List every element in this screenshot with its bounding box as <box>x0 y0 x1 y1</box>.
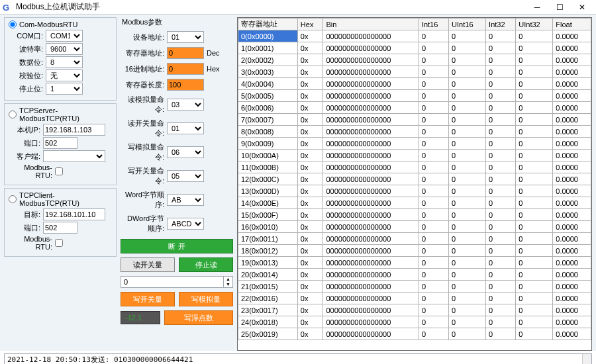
table-row[interactable]: 7(0x0007)0x000000000000000000000.0000 <box>238 114 591 126</box>
table-cell[interactable]: 0000000000000000 <box>323 42 419 54</box>
table-cell[interactable]: 0000000000000000 <box>323 197 419 209</box>
radio-tcp-client[interactable] <box>9 195 17 203</box>
table-cell[interactable]: 0.0000 <box>553 269 591 281</box>
table-header[interactable]: Int16 <box>419 19 448 30</box>
table-row[interactable]: 0(0x0000)0x000000000000000000000.0000 <box>238 30 591 42</box>
table-cell[interactable]: 0 <box>419 233 448 245</box>
radio-tcp-server[interactable] <box>9 111 17 118</box>
table-cell[interactable]: 0 <box>486 30 516 42</box>
table-cell[interactable]: 0 <box>486 102 516 114</box>
table-cell[interactable]: 0000000000000000 <box>323 257 419 269</box>
table-cell[interactable]: 0.0000 <box>553 328 591 340</box>
table-cell[interactable]: 0000000000000000 <box>323 66 419 78</box>
log-textbox[interactable]: 2021-12-18 20:50:13发送: 01030000000664442… <box>4 353 592 364</box>
table-cell[interactable]: 0.0000 <box>553 30 591 42</box>
table-cell[interactable]: 0000000000000000 <box>323 161 419 173</box>
table-row[interactable]: 19(0x0013)0x000000000000000000000.0000 <box>238 257 591 269</box>
table-cell[interactable]: 0x <box>297 90 323 102</box>
select-client[interactable] <box>43 150 105 162</box>
table-cell[interactable]: 0 <box>449 138 486 150</box>
table-cell[interactable]: 0 <box>419 185 448 197</box>
maximize-button[interactable]: ☐ <box>548 0 571 15</box>
table-header[interactable]: 寄存器地址 <box>238 19 298 30</box>
table-cell[interactable]: 12(0x000C) <box>238 173 298 185</box>
close-button[interactable]: ✕ <box>571 0 593 15</box>
input-hexaddr[interactable] <box>167 63 204 75</box>
table-cell[interactable]: 0 <box>516 233 553 245</box>
table-cell[interactable]: 0 <box>449 233 486 245</box>
table-cell[interactable]: 0 <box>486 328 516 340</box>
table-cell[interactable]: 11(0x000B) <box>238 161 298 173</box>
table-cell[interactable]: 0 <box>516 269 553 281</box>
table-row[interactable]: 17(0x0011)0x000000000000000000000.0000 <box>238 233 591 245</box>
select-databits[interactable]: 8 <box>46 56 83 68</box>
table-header[interactable]: UInt16 <box>449 19 486 30</box>
table-cell[interactable]: 24(0x0018) <box>238 316 298 328</box>
table-cell[interactable]: 0000000000000000 <box>323 102 419 114</box>
select-com[interactable]: COM1 <box>46 30 83 42</box>
table-cell[interactable]: 0 <box>516 316 553 328</box>
table-header[interactable]: Hex <box>297 19 323 30</box>
table-cell[interactable]: 0.0000 <box>553 316 591 328</box>
table-cell[interactable]: 0 <box>449 257 486 269</box>
table-cell[interactable]: 0000000000000000 <box>323 126 419 138</box>
table-cell[interactable]: 0 <box>419 90 448 102</box>
table-cell[interactable]: 0 <box>516 209 553 221</box>
write-float-button[interactable]: 写浮点数 <box>164 310 233 325</box>
table-cell[interactable]: 6(0x0006) <box>238 102 298 114</box>
table-cell[interactable]: 0000000000000000 <box>323 138 419 150</box>
table-row[interactable]: 23(0x0017)0x000000000000000000000.0000 <box>238 304 591 316</box>
register-table-wrapper[interactable]: 寄存器地址HexBinInt16UInt16Int32UInt32Float 0… <box>237 17 592 351</box>
table-cell[interactable]: 0 <box>486 161 516 173</box>
select-slave[interactable]: 01 <box>167 31 204 43</box>
table-cell[interactable]: 0x <box>297 78 323 90</box>
table-cell[interactable]: 0 <box>449 316 486 328</box>
stop-read-button[interactable]: 停止读 <box>179 257 233 272</box>
table-cell[interactable]: 0.0000 <box>553 102 591 114</box>
table-cell[interactable]: 0000000000000000 <box>323 328 419 340</box>
table-row[interactable]: 24(0x0018)0x000000000000000000000.0000 <box>238 316 591 328</box>
table-row[interactable]: 21(0x0015)0x000000000000000000000.0000 <box>238 281 591 293</box>
select-rd-dig[interactable]: 01 <box>167 122 204 134</box>
table-cell[interactable]: 0.0000 <box>553 42 591 54</box>
table-cell[interactable]: 0 <box>486 138 516 150</box>
table-row[interactable]: 12(0x000C)0x000000000000000000000.0000 <box>238 173 591 185</box>
table-cell[interactable]: 0x <box>297 316 323 328</box>
table-cell[interactable]: 0 <box>486 66 516 78</box>
table-cell[interactable]: 0.0000 <box>553 281 591 293</box>
read-digital-button[interactable]: 读开关量 <box>121 257 175 272</box>
table-cell[interactable]: 1(0x0001) <box>238 42 298 54</box>
table-cell[interactable]: 0 <box>449 209 486 221</box>
write-analog-button[interactable]: 写模拟量 <box>179 292 233 306</box>
write-digital-button[interactable]: 写开关量 <box>121 292 175 306</box>
table-cell[interactable]: 0 <box>449 126 486 138</box>
table-row[interactable]: 4(0x0004)0x000000000000000000000.0000 <box>238 78 591 90</box>
table-cell[interactable]: 0 <box>419 173 448 185</box>
value-stepper[interactable]: 0 ▲▼ <box>121 276 233 288</box>
table-cell[interactable]: 0 <box>486 150 516 161</box>
table-cell[interactable]: 0000000000000000 <box>323 30 419 42</box>
table-row[interactable]: 15(0x000F)0x000000000000000000000.0000 <box>238 209 591 221</box>
table-row[interactable]: 8(0x0008)0x000000000000000000000.0000 <box>238 126 591 138</box>
table-cell[interactable]: 0 <box>419 42 448 54</box>
table-header[interactable]: UInt32 <box>516 19 553 30</box>
table-header[interactable]: Float <box>553 19 591 30</box>
table-cell[interactable]: 13(0x000D) <box>238 185 298 197</box>
table-cell[interactable]: 0000000000000000 <box>323 150 419 161</box>
table-cell[interactable]: 0x <box>297 173 323 185</box>
table-cell[interactable]: 0 <box>516 54 553 66</box>
table-cell[interactable]: 0 <box>449 293 486 304</box>
table-cell[interactable]: 0 <box>516 126 553 138</box>
table-cell[interactable]: 0000000000000000 <box>323 233 419 245</box>
table-cell[interactable]: 0 <box>449 173 486 185</box>
disconnect-button[interactable]: 断 开 <box>121 239 233 253</box>
table-cell[interactable]: 0 <box>419 316 448 328</box>
minimize-button[interactable]: ─ <box>526 0 548 15</box>
table-cell[interactable]: 0x <box>297 269 323 281</box>
table-cell[interactable]: 0 <box>516 173 553 185</box>
table-cell[interactable]: 0x <box>297 197 323 209</box>
table-cell[interactable]: 0 <box>449 185 486 197</box>
table-row[interactable]: 2(0x0002)0x000000000000000000000.0000 <box>238 54 591 66</box>
table-cell[interactable]: 21(0x0015) <box>238 281 298 293</box>
table-cell[interactable]: 0 <box>419 138 448 150</box>
